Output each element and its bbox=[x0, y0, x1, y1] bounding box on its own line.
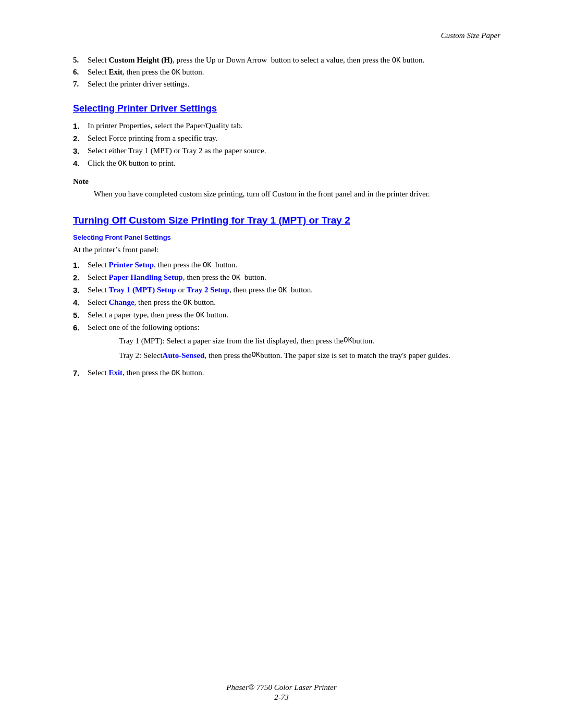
list-num: 1. bbox=[73, 121, 88, 130]
ok-mono: OK bbox=[392, 56, 401, 65]
list-num: 5. bbox=[73, 311, 88, 319]
exit-bold: Exit bbox=[108, 68, 123, 76]
ok-mono: OK bbox=[183, 299, 192, 307]
list-num: 6. bbox=[73, 323, 88, 332]
section1-heading: Selecting Printer Driver Settings bbox=[73, 103, 500, 114]
panel-intro: At the printer’s front panel: bbox=[73, 245, 500, 254]
header-title: Custom Size Paper bbox=[441, 31, 500, 40]
list-item-text: Select one of the following options: Tra… bbox=[88, 323, 450, 365]
list-item-text: Select a paper type, then press the OK b… bbox=[88, 311, 228, 319]
ok-mono: OK bbox=[172, 68, 180, 77]
change-bold-blue: Change bbox=[108, 298, 134, 306]
list-item-text: Select Tray 1 (MPT) Setup or Tray 2 Setu… bbox=[88, 286, 313, 294]
list-num: 2. bbox=[73, 134, 88, 143]
list-num: 4. bbox=[73, 159, 88, 168]
list-item: 7. Select Exit, then press the OK button… bbox=[73, 368, 500, 377]
note-text: When you have completed custom size prin… bbox=[73, 188, 500, 200]
list-item-text: Select Paper Handling Setup, then press … bbox=[88, 273, 266, 282]
tray2-setup-bold-blue: Tray 2 Setup bbox=[187, 286, 229, 294]
section-printer-driver: Selecting Printer Driver Settings 1. In … bbox=[73, 103, 500, 200]
list-item: 3. Select either Tray 1 (MPT) or Tray 2 … bbox=[73, 146, 500, 155]
section1-list: 1. In printer Properties, select the Pap… bbox=[73, 121, 500, 168]
list-item-text: Select Custom Height (H), press the Up o… bbox=[88, 56, 424, 65]
page-header: Custom Size Paper bbox=[73, 31, 500, 40]
list-item: 5. Select Custom Height (H), press the U… bbox=[73, 56, 500, 65]
list-item: 6. Select one of the following options: … bbox=[73, 323, 500, 365]
list-num: 5. bbox=[73, 56, 88, 65]
footer-line1: Phaser® 7750 Color Laser Printer bbox=[0, 683, 563, 692]
section2-heading: Turning Off Custom Size Printing for Tra… bbox=[73, 215, 500, 226]
ok-mono: OK bbox=[118, 159, 127, 168]
list-num: 7. bbox=[73, 80, 88, 89]
section2-list: 1. Select Printer Setup, then press the … bbox=[73, 261, 500, 377]
list-item-text: Select the printer driver settings. bbox=[88, 80, 189, 89]
ok-mono: OK bbox=[344, 335, 352, 346]
list-item: 1. Select Printer Setup, then press the … bbox=[73, 261, 500, 269]
note-label: Note bbox=[73, 177, 500, 186]
ok-mono: OK bbox=[195, 311, 204, 319]
list-num: 3. bbox=[73, 146, 88, 155]
ok-mono: OK bbox=[172, 369, 180, 377]
list-item-text: Select Exit, then press the OK button. bbox=[88, 68, 204, 77]
list-item-text: Click the OK button to print. bbox=[88, 159, 175, 168]
list-item: 7. Select the printer driver settings. bbox=[73, 80, 500, 89]
sub-options-list: Tray 1 (MPT): Select a paper size from t… bbox=[88, 335, 450, 362]
list-num: 2. bbox=[73, 273, 88, 282]
exit-bold-blue: Exit bbox=[108, 368, 123, 377]
list-item: 1. In printer Properties, select the Pap… bbox=[73, 121, 500, 130]
auto-sensed-bold-blue: Auto-Sensed bbox=[163, 350, 205, 362]
list-item: 4. Click the OK button to print. bbox=[73, 159, 500, 168]
ok-mono: OK bbox=[231, 274, 240, 282]
note-box: Note When you have completed custom size… bbox=[73, 177, 500, 200]
list-item: 5. Select a paper type, then press the O… bbox=[73, 311, 500, 319]
list-item: 4. Select Change, then press the OK butt… bbox=[73, 298, 500, 307]
list-item-text: Select Change, then press the OK button. bbox=[88, 298, 216, 307]
printer-setup-bold-blue: Printer Setup bbox=[108, 261, 154, 269]
list-item-text: In printer Properties, select the Paper/… bbox=[88, 121, 242, 130]
list-item-text: Select Force printing from a specific tr… bbox=[88, 134, 217, 143]
list-num: 1. bbox=[73, 261, 88, 269]
list-item-text: Select Exit, then press the OK button. bbox=[88, 368, 204, 377]
sub-list-item: Tray 1 (MPT): Select a paper size from t… bbox=[119, 335, 450, 347]
tray1-setup-bold-blue: Tray 1 (MPT) Setup bbox=[108, 286, 176, 294]
footer-line2: 2-73 bbox=[0, 693, 563, 702]
custom-height-bold: Custom Height (H) bbox=[108, 56, 173, 64]
page: Custom Size Paper 5. Select Custom Heigh… bbox=[0, 0, 563, 728]
list-num: 6. bbox=[73, 68, 88, 77]
list-item: 2. Select Paper Handling Setup, then pre… bbox=[73, 273, 500, 282]
list-num: 3. bbox=[73, 286, 88, 294]
list-num: 4. bbox=[73, 298, 88, 307]
ok-mono: OK bbox=[251, 350, 260, 361]
list-num: 7. bbox=[73, 368, 88, 377]
list-item-text: Select Printer Setup, then press the OK … bbox=[88, 261, 237, 269]
page-footer: Phaser® 7750 Color Laser Printer 2-73 bbox=[0, 683, 563, 702]
section2-subheading: Selecting Front Panel Settings bbox=[73, 233, 500, 241]
ok-mono: OK bbox=[278, 286, 287, 294]
intro-list: 5. Select Custom Height (H), press the U… bbox=[73, 56, 500, 89]
list-item: 6. Select Exit, then press the OK button… bbox=[73, 68, 500, 77]
paper-handling-bold-blue: Paper Handling Setup bbox=[108, 273, 182, 281]
sub-list-item: Tray 2: Select Auto-Sensed, then press t… bbox=[119, 350, 450, 362]
ok-mono: OK bbox=[203, 261, 212, 269]
list-item: 3. Select Tray 1 (MPT) Setup or Tray 2 S… bbox=[73, 286, 500, 294]
list-item: 2. Select Force printing from a specific… bbox=[73, 134, 500, 143]
section-turning-off: Turning Off Custom Size Printing for Tra… bbox=[73, 215, 500, 377]
list-item-text: Select either Tray 1 (MPT) or Tray 2 as … bbox=[88, 146, 266, 155]
